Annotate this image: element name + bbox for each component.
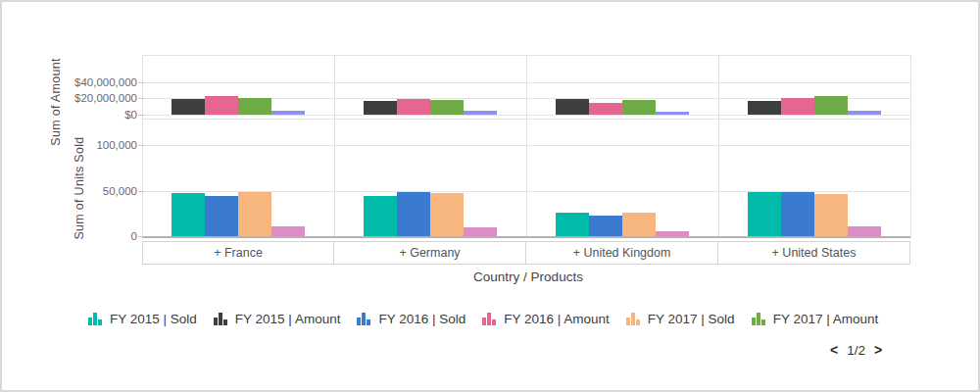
bar[interactable] <box>205 196 238 236</box>
bar[interactable] <box>556 99 589 115</box>
bar[interactable] <box>271 226 305 236</box>
legend-item-label: FY 2017 | Amount <box>773 312 879 326</box>
bar[interactable] <box>172 99 205 115</box>
bar[interactable] <box>271 111 305 115</box>
legend-item-label: FY 2015 | Sold <box>110 312 197 326</box>
bar[interactable] <box>430 100 464 115</box>
legend-item[interactable]: FY 2017 | Amount <box>752 312 879 326</box>
legend-item[interactable]: FY 2015 | Sold <box>88 312 197 326</box>
column-chart-icon <box>752 313 765 325</box>
legend-pagination: < 1/2 > <box>830 342 882 358</box>
bar[interactable] <box>205 96 238 115</box>
category-cell[interactable]: + United Kingdom <box>525 241 718 265</box>
legend-item-label: FY 2016 | Sold <box>378 312 466 326</box>
legend-item-label: FY 2016 | Amount <box>504 312 610 326</box>
bar[interactable] <box>781 192 814 236</box>
bar[interactable] <box>622 213 656 236</box>
pivot-chart-widget: Sum of Amount Sum of Units Sold $40,000,… <box>0 0 980 392</box>
panel-border <box>910 55 911 238</box>
category-cell[interactable]: + Germany <box>333 241 526 265</box>
chart-panel <box>718 119 910 236</box>
x-axis-title: Country / Products <box>144 270 912 284</box>
tick-label: $0 <box>39 109 137 121</box>
chart-panel <box>526 55 718 115</box>
chart-panel <box>142 55 334 115</box>
bar[interactable] <box>364 101 397 116</box>
bar[interactable] <box>814 96 848 115</box>
bar[interactable] <box>622 100 656 115</box>
chart-panel <box>526 119 718 236</box>
bar[interactable] <box>397 192 430 236</box>
bar[interactable] <box>589 216 622 236</box>
category-cell[interactable]: + United States <box>717 241 910 265</box>
legend: FY 2015 | SoldFY 2015 | AmountFY 2016 | … <box>88 309 878 328</box>
bar[interactable] <box>848 111 881 115</box>
bar[interactable] <box>814 194 848 236</box>
legend-item[interactable]: FY 2017 | Sold <box>626 312 735 326</box>
chart-panel <box>718 55 910 115</box>
legend-page-indicator: 1/2 <box>847 343 865 358</box>
bar[interactable] <box>364 196 397 236</box>
gridline <box>142 115 910 116</box>
bar[interactable] <box>430 193 464 236</box>
bar[interactable] <box>848 226 881 236</box>
tick-mark <box>138 115 144 116</box>
tick-label: 50,000 <box>39 185 137 197</box>
bar[interactable] <box>589 103 622 115</box>
bar[interactable] <box>464 111 497 115</box>
zero-baseline <box>142 236 910 238</box>
column-chart-icon <box>88 313 102 325</box>
tick-label: $40,000,000 <box>39 76 137 88</box>
legend-item[interactable]: FY 2015 | Amount <box>214 312 341 326</box>
legend-item[interactable]: FY 2016 | Amount <box>482 312 610 326</box>
legend-item-label: FY 2017 | Sold <box>648 312 735 326</box>
legend-prev-page-icon[interactable]: < <box>830 342 838 358</box>
chart-panel <box>334 119 526 236</box>
tick-label: 0 <box>39 230 137 242</box>
chart-panel <box>142 119 334 236</box>
legend-item[interactable]: FY 2016 | Sold <box>357 312 466 326</box>
bar[interactable] <box>238 98 271 115</box>
column-chart-icon <box>482 313 496 325</box>
bar[interactable] <box>748 101 781 115</box>
bar[interactable] <box>656 231 689 236</box>
bar[interactable] <box>656 112 689 115</box>
legend-item-label: FY 2015 | Amount <box>235 312 341 326</box>
bar[interactable] <box>464 227 497 236</box>
column-chart-icon <box>626 313 640 325</box>
bar[interactable] <box>781 98 814 115</box>
category-cell[interactable]: + France <box>142 241 334 265</box>
tick-label: 100,000 <box>39 139 137 151</box>
legend-next-page-icon[interactable]: > <box>874 342 882 358</box>
tick-label: $20,000,000 <box>39 92 137 104</box>
bar[interactable] <box>397 99 430 115</box>
bar[interactable] <box>748 192 781 236</box>
bar[interactable] <box>172 193 205 236</box>
column-chart-icon <box>214 313 227 325</box>
column-chart-icon <box>357 313 370 325</box>
tick-mark <box>138 236 144 237</box>
chart-panel <box>334 55 526 115</box>
bar[interactable] <box>556 213 589 236</box>
bar[interactable] <box>238 192 271 236</box>
